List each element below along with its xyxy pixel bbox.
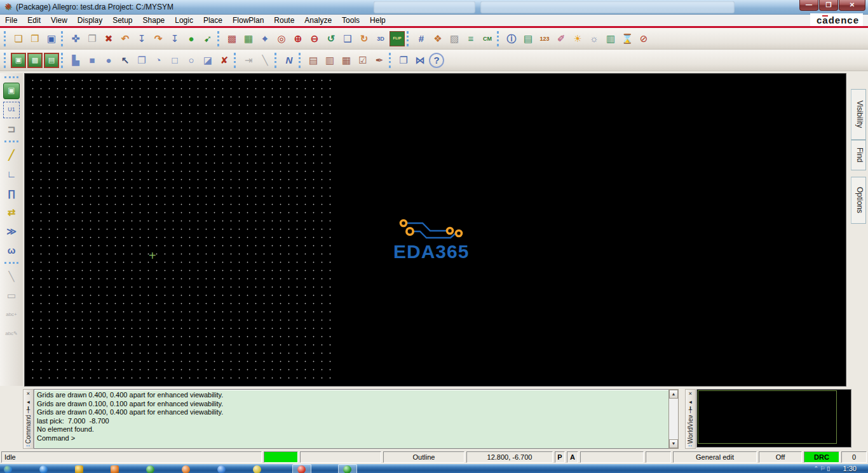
blue-app-taskbar-icon[interactable]: [217, 465, 226, 473]
copy-icon[interactable]: ❐: [85, 31, 100, 46]
pin-icon[interactable]: ╀: [686, 406, 695, 415]
copy-shape-icon[interactable]: ❐: [134, 53, 149, 68]
flip-design-icon[interactable]: FLIP: [390, 31, 405, 46]
element-properties-icon[interactable]: ▤: [520, 31, 536, 46]
menu-flowplan[interactable]: FlowPlan: [227, 15, 269, 25]
ie-taskbar-icon[interactable]: [39, 465, 48, 473]
move-icon[interactable]: ✜: [68, 31, 83, 46]
menu-file[interactable]: File: [0, 15, 22, 25]
restore-button[interactable]: ❐: [819, 0, 838, 11]
meander-icon[interactable]: ω: [3, 242, 20, 259]
delay-tune-icon[interactable]: ∏: [3, 185, 20, 202]
close-icon[interactable]: ×: [24, 390, 32, 398]
rect-outline-icon[interactable]: □: [167, 53, 182, 68]
highlight-ball-icon[interactable]: ●: [184, 31, 199, 46]
menu-setup[interactable]: Setup: [107, 15, 137, 25]
redraw-icon[interactable]: ↻: [356, 31, 372, 46]
constraint-manager-icon[interactable]: CM: [480, 31, 495, 46]
zoom-points-icon[interactable]: ⌖: [257, 31, 273, 46]
board-symbol-2-icon[interactable]: ▩: [27, 53, 43, 68]
tab-find[interactable]: Find: [851, 140, 866, 170]
pin-icon[interactable]: ➹: [200, 31, 215, 46]
component-outline-icon[interactable]: U1: [3, 102, 20, 118]
zoom-previous-icon[interactable]: ↺: [323, 31, 339, 46]
report-notepad-icon[interactable]: ▤: [306, 53, 321, 68]
design-canvas[interactable]: + EDA365: [24, 73, 846, 387]
green-app-taskbar-icon[interactable]: [146, 465, 154, 473]
pick-mode-button[interactable]: P: [555, 451, 565, 463]
collapse-icon[interactable]: ◂: [686, 398, 695, 406]
zoom-out-icon[interactable]: ⊖: [307, 31, 322, 46]
zoom-in-icon[interactable]: ⊕: [290, 31, 306, 46]
board-symbol-3-icon[interactable]: ▤: [44, 53, 59, 68]
close-button[interactable]: ✕: [839, 0, 865, 11]
minimize-button[interactable]: —: [799, 0, 818, 11]
shape-rect-filled-icon[interactable]: ■: [85, 53, 100, 68]
menu-tools[interactable]: Tools: [337, 15, 365, 25]
scroll-down-icon[interactable]: ▼: [669, 439, 678, 448]
worldview-panel[interactable]: [696, 389, 851, 448]
add-connect-line-icon[interactable]: ╱: [3, 147, 20, 163]
close-icon[interactable]: ×: [686, 390, 695, 398]
ratsnest-off-icon[interactable]: ▩: [224, 31, 240, 46]
console-scrollbar[interactable]: ▲ ▼: [668, 389, 679, 449]
waive-drc-icon[interactable]: ⌛: [620, 31, 635, 46]
pin-icon[interactable]: ╀: [24, 406, 32, 415]
windows-taskbar[interactable]: ⌃ ⚐ ▯ 1:30: [0, 464, 868, 473]
color-brush-icon[interactable]: ✐: [553, 31, 569, 46]
custom-highlight-icon[interactable]: ☼: [587, 31, 602, 46]
check-notes-icon[interactable]: ☑: [355, 53, 370, 68]
menu-edit[interactable]: Edit: [22, 15, 46, 25]
help-icon[interactable]: ?: [429, 53, 444, 68]
console-prompt[interactable]: Command >: [37, 434, 679, 443]
system-tray-icons[interactable]: ⌃ ⚐ ▯: [813, 465, 830, 472]
view-3d-icon[interactable]: 3D: [373, 31, 388, 46]
drc-status-button[interactable]: DRC: [804, 451, 839, 463]
tab-options[interactable]: Options: [851, 177, 866, 224]
shape-circle-filled-icon[interactable]: ●: [101, 53, 116, 68]
delete-icon[interactable]: ✖: [101, 31, 116, 46]
command-console[interactable]: Grids are drawn 0.400, 0.400 apart for e…: [34, 389, 679, 449]
flow-gate-icon[interactable]: ⋈: [412, 53, 428, 68]
color-palette-icon[interactable]: ❖: [430, 31, 445, 46]
menu-logic[interactable]: Logic: [170, 15, 198, 25]
reference-book-icon[interactable]: ▥: [322, 53, 337, 68]
layer-stack-icon[interactable]: ≡: [463, 31, 478, 46]
symbol-package-icon[interactable]: ▦: [339, 53, 354, 68]
add-connect-icon[interactable]: N: [281, 53, 297, 68]
tool-taskbar-icon[interactable]: [253, 465, 261, 473]
layer-bars-icon[interactable]: ▥: [603, 31, 618, 46]
measure-icon[interactable]: 123: [537, 31, 552, 46]
chrome-taskbar-icon[interactable]: [297, 465, 306, 473]
board-symbol-1-icon[interactable]: ▣: [11, 53, 26, 68]
drop-down-icon[interactable]: ↧: [167, 31, 182, 46]
taskbar-clock[interactable]: 1:30: [843, 465, 857, 472]
dock-handle[interactable]: ▪▪: [688, 444, 692, 448]
allegro-taskbar-icon[interactable]: [343, 465, 351, 473]
redo-icon[interactable]: ↷: [151, 31, 166, 46]
undo-icon[interactable]: ↶: [118, 31, 133, 46]
highlight-sun-icon[interactable]: ☀: [570, 31, 585, 46]
tab-visibility[interactable]: Visibility: [851, 89, 866, 140]
zoom-fit-icon[interactable]: ◎: [274, 31, 289, 46]
select-pointer-icon[interactable]: ↖: [118, 53, 133, 68]
delete-element-icon[interactable]: ✘: [217, 53, 232, 68]
circle-outline-icon[interactable]: ○: [184, 53, 199, 68]
zoom-selection-icon[interactable]: ❑: [340, 31, 355, 46]
collapse-icon[interactable]: ◂: [24, 398, 32, 406]
title-bar[interactable]: ❋ (Package) Allegro: test.dra Project: C…: [0, 0, 868, 15]
pick-down-icon[interactable]: ↧: [134, 31, 149, 46]
shape-arc-icon[interactable]: ◔: [151, 53, 166, 68]
new-file-icon[interactable]: ❏: [11, 31, 26, 46]
slide-icon[interactable]: ≫: [3, 223, 20, 240]
grid-toggle-icon[interactable]: #: [414, 31, 429, 46]
absolute-mode-button[interactable]: A: [567, 451, 578, 463]
route-corner-icon[interactable]: ∟: [3, 166, 20, 182]
ratsnest-on-icon[interactable]: ▦: [241, 31, 256, 46]
sign-off-pen-icon[interactable]: ✒: [372, 53, 387, 68]
status-off-toggle[interactable]: Off: [759, 451, 802, 463]
menu-display[interactable]: Display: [72, 15, 107, 25]
open-folder-icon[interactable]: ❒: [27, 31, 43, 46]
pin-swap-icon[interactable]: ⇄: [3, 204, 20, 221]
connector-swap-icon[interactable]: ⊐: [3, 121, 20, 137]
